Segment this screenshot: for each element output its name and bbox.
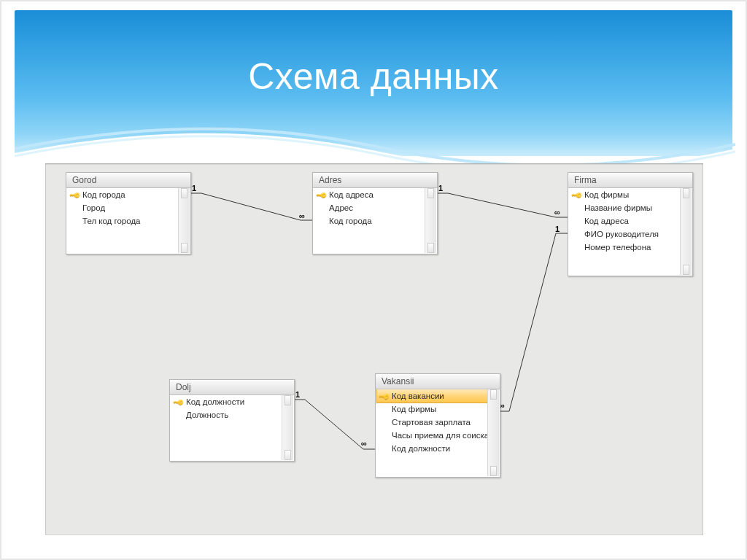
cardinality-one: 1: [438, 184, 443, 192]
field-row[interactable]: Город: [68, 201, 190, 214]
field-row[interactable]: ФИО руководителя: [570, 228, 692, 241]
field-label: Код вакансии: [392, 392, 487, 400]
primary-key-icon: 🔑: [571, 189, 583, 201]
field-row[interactable]: Адрес: [314, 201, 437, 214]
field-label: Код фирмы: [392, 405, 487, 413]
table-title: Adres: [313, 173, 437, 188]
cardinality-many: ∞: [299, 211, 305, 220]
cardinality-many: ∞: [554, 208, 560, 217]
field-label: Название фирмы: [584, 203, 680, 212]
cardinality-many: ∞: [361, 439, 367, 448]
table-scrollbar[interactable]: [680, 188, 692, 275]
field-label: Код города: [329, 217, 425, 225]
primary-key-icon: 🔑: [173, 396, 185, 408]
field-row[interactable]: Тел код города: [68, 214, 190, 228]
table-title: Dolj: [170, 380, 294, 395]
field-row[interactable]: 🔑 Код города: [68, 188, 190, 201]
field-row-selected[interactable]: 🔑 Код вакансии: [376, 389, 489, 403]
table-gorod[interactable]: Gorod 🔑 Код города Город Тел код города: [66, 172, 191, 254]
field-label: Тел код города: [82, 217, 178, 225]
table-scrollbar[interactable]: [178, 188, 190, 253]
field-label: Код адреса: [584, 217, 680, 225]
cardinality-one: 1: [295, 390, 300, 399]
field-label: Адрес: [329, 203, 425, 212]
field-row[interactable]: Номер телефона: [570, 241, 692, 254]
table-scrollbar[interactable]: [425, 188, 436, 253]
table-title: Firma: [568, 173, 692, 188]
field-label: ФИО руководителя: [584, 230, 680, 238]
field-row[interactable]: Код фирмы: [377, 402, 500, 416]
cardinality-one: 1: [192, 184, 196, 192]
field-label: Код должности: [392, 444, 487, 453]
table-scrollbar[interactable]: [487, 389, 499, 476]
table-vakansii[interactable]: Vakansii 🔑 Код вакансии Код фирмы Старто…: [375, 373, 500, 478]
field-label: Стартовая зарплата: [392, 418, 487, 427]
field-row[interactable]: Часы приема для соискателей: [377, 429, 500, 442]
slide: Схема данных 1 ∞ 1 ∞ 1: [0, 0, 747, 560]
field-row[interactable]: Название фирмы: [570, 201, 692, 214]
primary-key-icon: 🔑: [379, 390, 390, 402]
primary-key-icon: 🔑: [316, 189, 328, 201]
field-label: Должность: [186, 411, 282, 419]
table-title: Vakansii: [376, 374, 500, 389]
field-label: Код фирмы: [584, 190, 680, 199]
table-dolj[interactable]: Dolj 🔑 Код должности Должность: [169, 379, 295, 462]
field-label: Код адреса: [329, 190, 425, 199]
table-title: Gorod: [66, 173, 190, 188]
field-label: Код города: [82, 190, 178, 199]
field-label: Код должности: [186, 397, 282, 406]
field-row[interactable]: Должность: [171, 408, 294, 421]
field-row[interactable]: 🔑 Код фирмы: [570, 188, 692, 201]
table-adres[interactable]: Adres 🔑 Код адреса Адрес Код города: [312, 172, 438, 254]
field-label: Часы приема для соискателей: [392, 431, 487, 440]
field-row[interactable]: Код адреса: [570, 214, 692, 228]
field-row[interactable]: Стартовая зарплата: [377, 416, 500, 429]
table-scrollbar[interactable]: [282, 395, 293, 460]
slide-header-bg: Схема данных: [15, 10, 732, 156]
table-firma[interactable]: Firma 🔑 Код фирмы Название фирмы Код адр…: [568, 172, 693, 276]
slide-title: Схема данных: [15, 55, 732, 98]
field-row[interactable]: 🔑 Код адреса: [314, 188, 437, 201]
field-label: Номер телефона: [584, 243, 680, 252]
relationships-canvas[interactable]: 1 ∞ 1 ∞ 1 ∞ 1 ∞ Gorod 🔑 Код города Город: [45, 163, 703, 535]
field-row[interactable]: Код города: [314, 214, 437, 228]
primary-key-icon: 🔑: [69, 189, 81, 201]
field-label: Город: [82, 203, 178, 212]
cardinality-one: 1: [555, 225, 560, 233]
field-row[interactable]: Код должности: [377, 442, 500, 455]
field-row[interactable]: 🔑 Код должности: [171, 395, 294, 408]
